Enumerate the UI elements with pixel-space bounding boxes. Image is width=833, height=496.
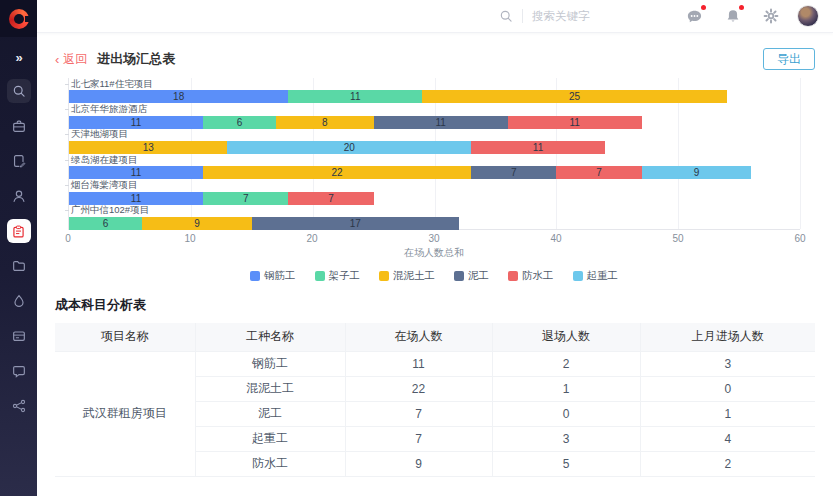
bar-segment-防水工[interactable]: 7 [556, 166, 641, 179]
bar-segment-钢筋工[interactable]: 11 [69, 192, 203, 205]
x-tick-label: 20 [306, 233, 317, 244]
table-cell: 3 [640, 351, 815, 376]
droplet-icon [11, 293, 27, 309]
topbar-search[interactable] [499, 9, 618, 23]
legend-item-防水工[interactable]: 防水工 [508, 269, 554, 283]
user-icon [11, 188, 27, 204]
legend-swatch [250, 271, 260, 281]
legend-label: 钢筋工 [264, 269, 296, 283]
avatar[interactable] [797, 5, 819, 27]
topbar [37, 0, 833, 33]
bar-segment-架子工[interactable]: 6 [203, 116, 276, 129]
bar-segment-泥工[interactable]: 11 [374, 116, 508, 129]
chart-row: 烟台海棠湾项目1177 [69, 179, 800, 204]
column-header: 退场人数 [492, 323, 640, 351]
legend-label: 防水工 [522, 269, 554, 283]
stacked-bar[interactable]: 181125 [69, 90, 800, 103]
bar-segment-混泥土工[interactable]: 8 [276, 116, 373, 129]
bar-segment-防水工[interactable]: 7 [288, 192, 373, 205]
chat-icon [11, 363, 27, 379]
back-label: 返回 [63, 51, 87, 68]
bar-segment-钢筋工[interactable]: 11 [69, 166, 203, 179]
bar-segment-混泥土工[interactable]: 22 [203, 166, 471, 179]
bar-segment-混泥土工[interactable]: 9 [142, 217, 252, 230]
chart-x-axis: 0102030405060 [68, 230, 800, 245]
bar-segment-架子工[interactable]: 6 [69, 217, 142, 230]
gear-icon [763, 8, 779, 24]
app-logo[interactable] [0, 0, 37, 37]
legend-swatch [379, 271, 389, 281]
message-badge [701, 5, 706, 10]
chart-row: 天津地湖项目132011 [69, 129, 800, 154]
cost-analysis-table: 项目名称工种名称在场人数退场人数上月进场人数武汉群租房项目钢筋工1123混泥土工… [55, 323, 815, 477]
sidebar-item-materials[interactable] [7, 289, 31, 313]
bar-segment-起重工[interactable]: 20 [227, 141, 471, 154]
legend-item-混泥土工[interactable]: 混泥土工 [379, 269, 435, 283]
legend-item-钢筋工[interactable]: 钢筋工 [250, 269, 296, 283]
table-cell: 钢筋工 [195, 351, 345, 376]
table-cell: 3 [492, 426, 640, 451]
sidebar-item-messages[interactable] [7, 359, 31, 383]
notifications-button[interactable] [725, 8, 741, 24]
stacked-bar[interactable]: 1177 [69, 192, 800, 205]
category-label: 烟台海棠湾项目 [71, 180, 800, 190]
table-cell: 1 [492, 376, 640, 401]
bar-segment-架子工[interactable]: 11 [288, 90, 422, 103]
stacked-bar[interactable]: 1122779 [69, 166, 800, 179]
clipboard-icon [11, 224, 26, 239]
table-cell: 2 [492, 351, 640, 376]
document-edit-icon [11, 153, 27, 169]
bar-segment-泥工[interactable]: 17 [252, 217, 459, 230]
export-button[interactable]: 导出 [763, 48, 815, 70]
sidebar-item-workflow[interactable] [7, 394, 31, 418]
bar-segment-防水工[interactable]: 11 [508, 116, 642, 129]
search-divider [522, 9, 523, 23]
legend-item-泥工[interactable]: 泥工 [454, 269, 489, 283]
bar-segment-钢筋工[interactable]: 18 [69, 90, 288, 103]
bar-segment-防水工[interactable]: 11 [471, 141, 605, 154]
sidebar-collapse-icon[interactable]: » [15, 50, 21, 65]
chart-legend: 钢筋工架子工混泥土工泥工防水工起重工 [68, 269, 800, 283]
message-icon [686, 8, 703, 25]
bar-segment-起重工[interactable]: 9 [642, 166, 752, 179]
back-button[interactable]: ‹ 返回 [55, 51, 87, 68]
bar-segment-泥工[interactable]: 7 [471, 166, 556, 179]
table-cell: 9 [345, 451, 492, 476]
bar-segment-架子工[interactable]: 7 [203, 192, 288, 205]
category-label: 广州中信102#项目 [71, 205, 800, 215]
sidebar-item-search[interactable] [7, 79, 31, 103]
table-cell: 7 [345, 401, 492, 426]
main-content: ‹ 返回 进出场汇总表 导出 北七家11#住宅项目181125北京年华旅游酒店1… [37, 33, 833, 496]
stacked-bar[interactable]: 11681111 [69, 116, 800, 129]
table-cell: 1 [640, 401, 815, 426]
stacked-bar[interactable]: 132011 [69, 141, 800, 154]
settings-button[interactable] [763, 8, 779, 24]
sidebar-item-projects[interactable] [7, 114, 31, 138]
cost-table-title: 成本科目分析表 [55, 296, 815, 314]
stacked-bar[interactable]: 6917 [69, 217, 800, 230]
bar-segment-钢筋工[interactable]: 11 [69, 116, 203, 129]
legend-swatch [315, 271, 325, 281]
table-cell: 11 [345, 351, 492, 376]
legend-item-架子工[interactable]: 架子工 [315, 269, 361, 283]
sidebar-item-reports-active[interactable] [7, 219, 31, 243]
project-name-cell: 武汉群租房项目 [55, 351, 195, 476]
sidebar-item-documents[interactable] [7, 149, 31, 173]
bar-segment-混泥土工[interactable]: 13 [69, 141, 227, 154]
sidebar-item-cards[interactable] [7, 324, 31, 348]
chart-row: 广州中信102#项目6917 [69, 205, 800, 230]
sidebar-item-files[interactable] [7, 254, 31, 278]
bar-segment-混泥土工[interactable]: 25 [422, 90, 727, 103]
x-tick-label: 0 [65, 233, 71, 244]
sidebar-item-users[interactable] [7, 184, 31, 208]
category-label: 北京年华旅游酒店 [71, 104, 800, 114]
x-tick-label: 60 [794, 233, 805, 244]
table-cell: 5 [492, 451, 640, 476]
logo-ring-icon [9, 9, 29, 29]
messages-button[interactable] [686, 8, 703, 25]
search-input[interactable] [532, 10, 618, 22]
legend-item-起重工[interactable]: 起重工 [573, 269, 619, 283]
legend-swatch [454, 271, 464, 281]
chart-row: 北京年华旅游酒店11681111 [69, 103, 800, 128]
table-cell: 7 [345, 426, 492, 451]
